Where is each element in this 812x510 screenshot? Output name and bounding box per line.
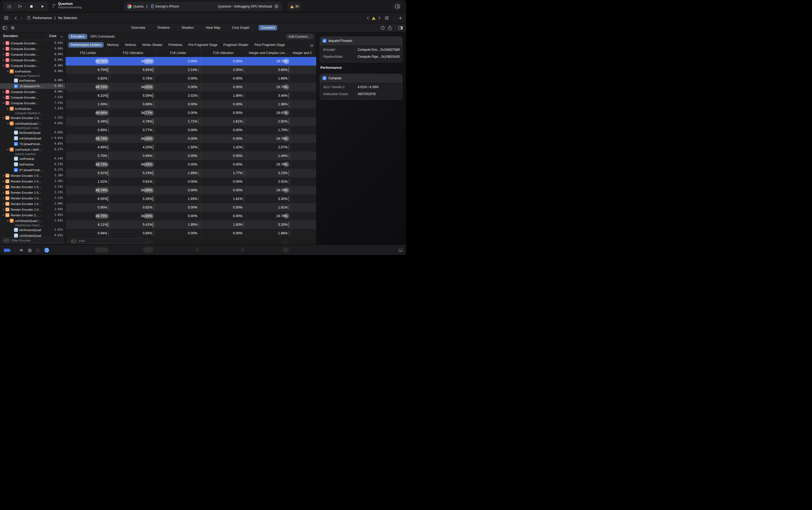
table-row[interactable]: 46.75%34.83%0.00%0.00%19.70% <box>65 212 316 220</box>
tree-item[interactable]: Render Encoder 1 0… 2.22% <box>0 195 65 201</box>
table-row[interactable]: 46.74%34.83%0.00%0.00%19.70% <box>65 134 316 143</box>
more-tabs-icon[interactable] <box>310 43 313 48</box>
table-row[interactable]: 1.02%0.91%0.00%0.00%2.02% <box>65 177 316 186</box>
tree-item[interactable]: Render Encoder 1 0… 2.26% <box>0 178 65 184</box>
tree-item[interactable]: 87 [drawPrimiti… 0.27% <box>0 167 65 173</box>
share-icon[interactable] <box>388 25 392 30</box>
tree-item[interactable]: Render Encoder 1 0… 2.31% <box>0 115 65 121</box>
breadcrumb-performance[interactable]: Performance <box>33 16 52 20</box>
continue-icon[interactable] <box>20 248 24 253</box>
prev-issue-button[interactable] <box>367 16 369 20</box>
segment-gpu-commands[interactable]: GPU Commands <box>88 34 118 39</box>
breadcrumb-selection[interactable]: No Selection <box>58 16 77 20</box>
table-row[interactable]: 46.73%34.82%0.00%0.00%19.70% <box>65 83 316 91</box>
tree-item[interactable]: krnParticles Compute Pipeline 0…8.98% <box>0 68 65 78</box>
subtab-vertex-shader[interactable]: Vertex Shader <box>140 42 165 48</box>
text-align-icon[interactable] <box>385 16 389 20</box>
chevron-right-icon[interactable] <box>2 96 5 98</box>
sidebar-filter-field[interactable] <box>2 237 63 243</box>
subtab-fragment-shader[interactable]: Fragment Shader <box>221 42 251 48</box>
next-issue-button[interactable] <box>378 16 381 20</box>
chevron-right-icon[interactable] <box>2 54 5 56</box>
chevron-down-icon[interactable] <box>60 35 63 38</box>
tab-overview[interactable]: Overview <box>129 25 148 30</box>
tree-item[interactable]: Render Encoder 1 0… 2.23% <box>0 190 65 195</box>
table-row[interactable]: 6.70%5.92%2.14%2.00%3.65% <box>65 65 316 74</box>
table-row[interactable]: 5.34%4.76%1.71%1.61%2.92% <box>65 117 316 126</box>
chevron-right-icon[interactable] <box>2 203 5 205</box>
sidebar-filter-input[interactable] <box>11 238 61 243</box>
table-row[interactable]: 0.70%0.65%0.00%0.00%1.44% <box>65 151 316 160</box>
chevron-down-icon[interactable] <box>2 103 5 104</box>
column-header[interactable]: Integer and C <box>291 49 316 57</box>
tree-item[interactable]: Render Encoder 1 0… 2.28% <box>0 173 65 178</box>
right-panel-icon[interactable] <box>398 25 403 30</box>
restart-icon[interactable] <box>36 248 40 253</box>
chevron-down-icon[interactable] <box>6 71 10 72</box>
tab-cost-graph[interactable]: Cost Graph <box>230 25 251 30</box>
run-button[interactable] <box>37 2 48 10</box>
subtab-primitives[interactable]: Primitives <box>166 42 185 48</box>
tree-item[interactable]: 79 [drawPrimiti… 0.85% <box>0 141 65 147</box>
cost-column-header[interactable]: Cost <box>49 34 56 38</box>
chevron-down-icon[interactable] <box>2 65 5 67</box>
tree-item[interactable]: Compute Encoder… 8.98% <box>0 89 65 94</box>
tree-item[interactable]: vshSimpleQuad /… simpleQuad->textur…1.81… <box>0 218 65 227</box>
tab-shaders[interactable]: Shaders <box>179 25 197 30</box>
bottom-panel-icon[interactable] <box>398 248 403 252</box>
table-row[interactable]: 6.32%5.59%2.02%1.89%3.44% <box>65 91 316 100</box>
table-row[interactable]: 46.74%34.83%0.00%0.00%19.70% <box>65 186 316 195</box>
breakpoint-tag-icon[interactable] <box>4 248 11 253</box>
tab-timeline[interactable]: Timeline <box>155 25 172 30</box>
chevron-right-icon[interactable] <box>2 197 5 199</box>
tab-heat-map[interactable]: Heat Map <box>203 25 222 30</box>
tree-item[interactable]: Render Encoder 1 0… 2.03% <box>0 207 65 212</box>
table-row[interactable]: 6.11%5.42%1.95%1.83%3.33% <box>65 220 316 229</box>
table-row[interactable]: 46.73%34.83%0.00%0.00%19.70% <box>65 160 316 169</box>
column-header[interactable]: F16 Utilization <box>201 49 246 57</box>
column-header[interactable]: F32 Limiter <box>65 49 111 57</box>
chevron-down-icon[interactable] <box>2 215 5 216</box>
stop-button[interactable] <box>26 2 37 10</box>
table-filter-input[interactable] <box>78 239 147 243</box>
activity-view[interactable]: Quantu ❯ George's iPhone Quantum - Debug… <box>124 2 282 11</box>
chevron-right-icon[interactable] <box>2 59 5 61</box>
chevron-down-icon[interactable] <box>2 117 5 119</box>
tree-item[interactable]: krnParticles Compute Pipeline 0…7.53% <box>0 106 65 115</box>
subtab-vertices[interactable]: Vertices <box>122 42 139 48</box>
table-row[interactable]: 46.74%34.83%0.00%0.00%19.70% <box>65 57 316 65</box>
gauge-icon[interactable] <box>381 25 385 30</box>
chevron-down-icon[interactable] <box>6 220 10 222</box>
column-header[interactable]: F32 Utilization <box>111 49 156 57</box>
tree-item[interactable]: {}fshParticle 0.13% <box>0 162 65 167</box>
table-filter-field[interactable] <box>69 238 149 244</box>
issue-warning-icon[interactable] <box>372 16 375 20</box>
tree-item[interactable]: Compute Encoder… 7.53% <box>0 94 65 100</box>
performance-gauge-icon[interactable] <box>44 248 50 253</box>
chevron-down-icon[interactable] <box>6 123 10 124</box>
chevron-right-icon[interactable] <box>6 108 10 110</box>
tree-item[interactable]: Compute Encoder… 8.99% <box>0 57 65 63</box>
column-header[interactable]: Integer and Complex Lim… <box>246 49 291 57</box>
table-row[interactable]: 0.94%0.85%0.00%0.00%1.86% <box>65 229 316 237</box>
table-row[interactable]: 4.69%4.20%1.50%1.42%2.57% <box>65 143 316 151</box>
tree-item[interactable]: {}krnParticles 8.98% <box>0 78 65 83</box>
bug-icon[interactable] <box>28 248 32 253</box>
tree-item[interactable]: Compute Encoder… 8.99% <box>0 52 65 57</box>
chevron-right-icon[interactable] <box>2 208 5 211</box>
activity-badge[interactable]: 2 <box>274 4 279 8</box>
table-row[interactable]: 5.91%5.24%1.89%1.77%3.23% <box>65 169 316 177</box>
related-items-icon[interactable] <box>4 16 8 20</box>
tab-counters[interactable]: Counters <box>259 25 277 30</box>
tree-item[interactable]: Render Encoder 2… 1.82% <box>0 212 65 218</box>
tree-item[interactable]: Compute Encoder… 7.53% <box>0 100 65 106</box>
chevron-right-icon[interactable] <box>2 186 5 188</box>
tree-item[interactable]: {}vshParticle 0.14% <box>0 156 65 162</box>
table-row[interactable]: 0.85%0.77%0.00%0.00%1.70% <box>65 126 316 134</box>
ai-assistant-button[interactable] <box>15 2 26 10</box>
chevron-right-icon[interactable] <box>2 175 5 177</box>
table-row[interactable]: 6.05%5.35%1.93%1.81%3.30% <box>65 195 316 203</box>
chevron-right-icon[interactable] <box>2 48 5 50</box>
subtab-post-fragment-stage[interactable]: Post-Fragment Stage <box>252 42 287 48</box>
back-button[interactable] <box>14 16 17 20</box>
